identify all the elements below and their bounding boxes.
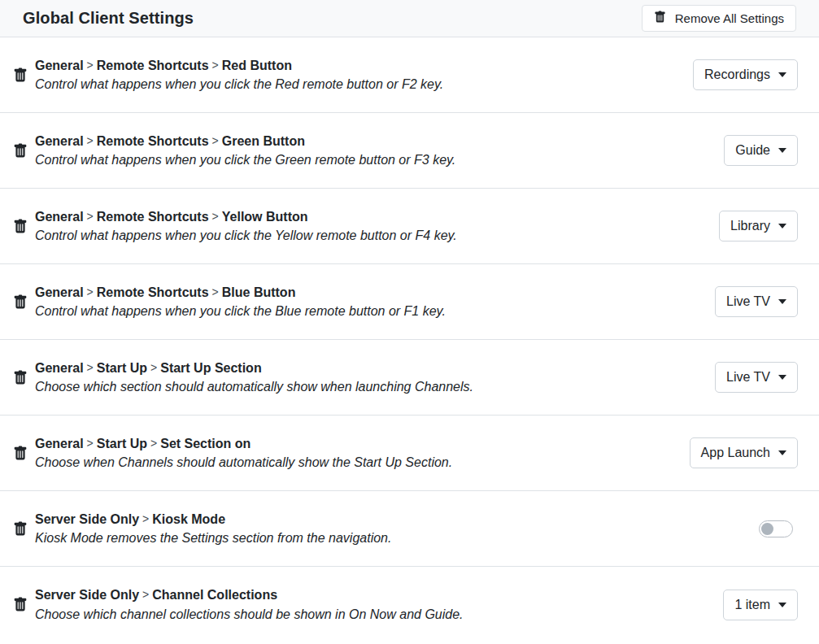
- breadcrumb-separator: >: [84, 59, 97, 72]
- remove-all-settings-label: Remove All Settings: [675, 11, 784, 25]
- breadcrumb-part: General: [35, 134, 84, 148]
- trash-icon: [13, 446, 28, 461]
- setting-row-red-button: General>Remote Shortcuts>Red Button Cont…: [0, 37, 819, 113]
- breadcrumb-separator: >: [139, 512, 152, 525]
- delete-setting-button[interactable]: [13, 521, 28, 537]
- breadcrumb-part: Start Up: [97, 437, 147, 450]
- breadcrumb-separator: >: [209, 59, 222, 72]
- breadcrumb-part: Remote Shortcuts: [97, 285, 209, 299]
- breadcrumb-separator: >: [209, 210, 222, 223]
- setting-text: General>Remote Shortcuts>Green Button Co…: [35, 133, 724, 168]
- delete-setting-button[interactable]: [13, 597, 28, 612]
- setting-description: Control what happens when you click the …: [35, 303, 715, 319]
- caret-down-icon: [778, 603, 786, 607]
- setting-breadcrumb: Server Side Only>Channel Collections: [35, 587, 723, 603]
- breadcrumb-separator: >: [139, 588, 152, 601]
- dropdown-value: Guide: [735, 143, 770, 158]
- breadcrumb-part: General: [35, 361, 84, 375]
- breadcrumb-part: Channel Collections: [152, 588, 277, 602]
- delete-setting-button[interactable]: [13, 219, 28, 234]
- delete-setting-button[interactable]: [13, 143, 28, 159]
- breadcrumb-part: Start Up Section: [160, 361, 261, 375]
- breadcrumb-part: Start Up: [97, 361, 147, 375]
- caret-down-icon: [778, 450, 786, 455]
- dropdown-startup-section[interactable]: Live TV: [715, 362, 798, 393]
- setting-text: General>Remote Shortcuts>Blue Button Con…: [35, 285, 715, 319]
- breadcrumb-part: Server Side Only: [35, 512, 139, 526]
- dropdown-value: Library: [730, 219, 770, 233]
- delete-setting-button[interactable]: [13, 446, 28, 461]
- breadcrumb-part: Remote Shortcuts: [97, 210, 209, 224]
- dropdown-red-button[interactable]: Recordings: [693, 59, 798, 90]
- dropdown-value: Live TV: [726, 370, 770, 385]
- breadcrumb-separator: >: [84, 210, 97, 223]
- setting-description: Choose which channel collections should …: [35, 607, 723, 622]
- breadcrumb-part: General: [35, 210, 84, 224]
- breadcrumb-separator: >: [84, 134, 97, 147]
- dropdown-yellow-button[interactable]: Library: [719, 211, 798, 242]
- dropdown-value: App Launch: [701, 446, 770, 460]
- breadcrumb-part: Yellow Button: [222, 210, 308, 224]
- trash-icon: [13, 67, 28, 83]
- dropdown-value: Live TV: [726, 294, 770, 309]
- delete-setting-button[interactable]: [13, 370, 28, 385]
- setting-row-blue-button: General>Remote Shortcuts>Blue Button Con…: [0, 264, 819, 340]
- caret-down-icon: [778, 148, 786, 153]
- trash-icon: [13, 370, 28, 385]
- setting-breadcrumb: General>Remote Shortcuts>Yellow Button: [35, 209, 719, 224]
- caret-down-icon: [778, 72, 786, 77]
- dropdown-value: 1 item: [734, 598, 770, 612]
- setting-breadcrumb: General>Remote Shortcuts>Blue Button: [35, 285, 715, 300]
- page-title: Global Client Settings: [23, 9, 194, 28]
- setting-description: Control what happens when you click the …: [35, 228, 719, 243]
- setting-description: Choose which section should automaticall…: [35, 379, 715, 394]
- breadcrumb-part: Blue Button: [222, 285, 296, 299]
- dropdown-blue-button[interactable]: Live TV: [715, 286, 798, 317]
- dropdown-channel-collections[interactable]: 1 item: [723, 590, 798, 620]
- breadcrumb-part: Green Button: [222, 134, 305, 148]
- delete-setting-button[interactable]: [13, 67, 28, 83]
- trash-icon: [654, 11, 666, 26]
- trash-icon: [13, 597, 28, 612]
- breadcrumb-separator: >: [147, 437, 160, 450]
- breadcrumb-part: General: [35, 285, 84, 299]
- breadcrumb-separator: >: [84, 361, 97, 374]
- breadcrumb-part: Red Button: [222, 59, 292, 72]
- toggle-knob: [761, 523, 773, 535]
- breadcrumb-part: General: [35, 59, 84, 72]
- setting-breadcrumb: General>Remote Shortcuts>Green Button: [35, 133, 724, 149]
- delete-setting-button[interactable]: [13, 294, 28, 310]
- caret-down-icon: [778, 224, 786, 228]
- trash-icon: [13, 219, 28, 234]
- dropdown-set-section-on[interactable]: App Launch: [690, 437, 798, 468]
- setting-text: General>Remote Shortcuts>Yellow Button C…: [35, 209, 719, 243]
- dropdown-value: Recordings: [704, 67, 770, 82]
- setting-row-channel-collections: Server Side Only>Channel Collections Cho…: [0, 567, 819, 642]
- setting-description: Control what happens when you click the …: [35, 76, 693, 92]
- setting-text: General>Start Up>Set Section on Choose w…: [35, 436, 690, 470]
- breadcrumb-part: Kiosk Mode: [152, 512, 225, 526]
- trash-icon: [13, 294, 28, 310]
- toggle-kiosk-mode[interactable]: [759, 520, 793, 537]
- trash-icon: [13, 521, 28, 537]
- caret-down-icon: [778, 299, 786, 304]
- breadcrumb-separator: >: [209, 285, 222, 298]
- page-header: Global Client Settings Remove All Settin…: [0, 0, 819, 37]
- setting-description: Control what happens when you click the …: [35, 152, 724, 168]
- setting-description: Kiosk Mode removes the Settings section …: [35, 530, 759, 546]
- setting-row-kiosk-mode: Server Side Only>Kiosk Mode Kiosk Mode r…: [0, 491, 819, 567]
- setting-description: Choose when Channels should automaticall…: [35, 455, 690, 470]
- breadcrumb-part: Remote Shortcuts: [97, 59, 209, 72]
- breadcrumb-part: General: [35, 437, 84, 450]
- breadcrumb-part: Remote Shortcuts: [97, 134, 209, 148]
- breadcrumb-separator: >: [209, 134, 222, 147]
- setting-text: General>Remote Shortcuts>Red Button Cont…: [35, 58, 693, 92]
- setting-row-set-section-on: General>Start Up>Set Section on Choose w…: [0, 416, 819, 491]
- setting-text: Server Side Only>Kiosk Mode Kiosk Mode r…: [35, 511, 759, 546]
- setting-breadcrumb: General>Remote Shortcuts>Red Button: [35, 58, 693, 73]
- setting-text: General>Start Up>Start Up Section Choose…: [35, 360, 715, 394]
- remove-all-settings-button[interactable]: Remove All Settings: [642, 5, 796, 32]
- settings-list: General>Remote Shortcuts>Red Button Cont…: [0, 37, 819, 642]
- setting-text: Server Side Only>Channel Collections Cho…: [35, 587, 723, 621]
- dropdown-green-button[interactable]: Guide: [724, 135, 798, 166]
